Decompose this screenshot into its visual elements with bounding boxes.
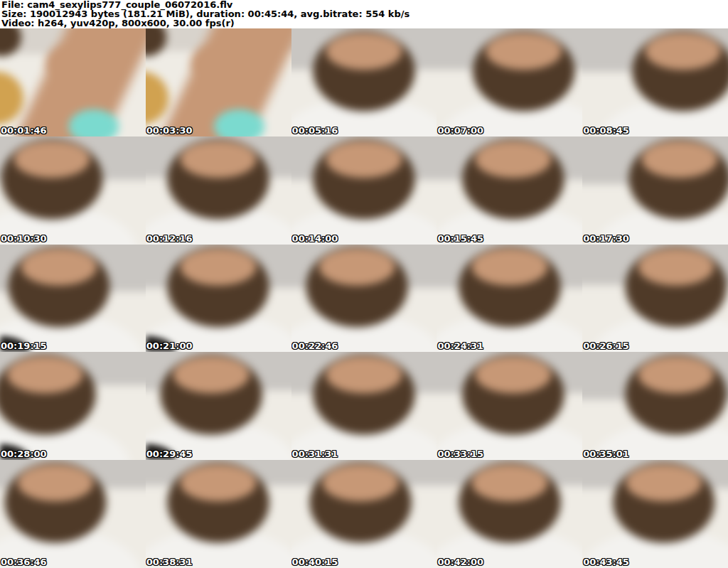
thumbnail-image: [437, 460, 582, 568]
thumbnail-image: [0, 460, 146, 568]
timestamp-overlay: 00:15:45: [437, 233, 483, 244]
thumbnail-image: [437, 136, 582, 245]
thumbnail-image: [0, 136, 146, 245]
thumbnail-image: [146, 352, 291, 460]
thumbnail-image: [291, 28, 437, 136]
timestamp-overlay: 00:07:00: [437, 125, 483, 136]
thumbnail-image: [291, 460, 437, 568]
video-thumbnail[interactable]: 00:35:01: [582, 352, 728, 460]
video-thumbnail[interactable]: 00:33:15: [437, 352, 582, 460]
video-thumbnail[interactable]: 00:26:15: [582, 245, 728, 353]
video-thumbnail[interactable]: 00:08:45: [582, 28, 728, 136]
timestamp-overlay: 00:35:01: [583, 449, 629, 459]
timestamp-overlay: 00:08:45: [583, 125, 629, 136]
video-thumbnail[interactable]: 00:12:16: [146, 136, 291, 245]
thumbnail-image: [0, 352, 146, 460]
timestamp-overlay: 00:17:30: [583, 233, 629, 244]
video-codec-line: Video: h264, yuv420p, 800x600, 30.00 fps…: [1, 19, 728, 28]
contact-sheet: File: cam4_sexylips777_couple_06072016.f…: [0, 0, 728, 568]
thumbnail-image: [582, 28, 728, 136]
thumbnail-image: [146, 460, 291, 568]
thumbnail-image: [582, 460, 728, 568]
thumbnail-image: [437, 245, 582, 353]
thumbnail-image: [291, 136, 437, 245]
video-thumbnail[interactable]: 00:01:46: [0, 28, 146, 136]
video-thumbnail[interactable]: 00:17:30: [582, 136, 728, 245]
thumbnail-image: [291, 352, 437, 460]
video-thumbnail[interactable]: 00:42:00: [437, 460, 582, 568]
video-thumbnail[interactable]: 00:29:45: [146, 352, 291, 460]
thumbnail-image: [582, 245, 728, 353]
video-thumbnail[interactable]: 00:07:00: [437, 28, 582, 136]
video-thumbnail[interactable]: 00:40:15: [291, 460, 437, 568]
video-thumbnail[interactable]: 00:43:45: [582, 460, 728, 568]
video-thumbnail[interactable]: 00:31:31: [291, 352, 437, 460]
thumbnail-image: [437, 352, 582, 460]
timestamp-overlay: 00:26:15: [583, 341, 629, 351]
timestamp-overlay: 00:21:00: [146, 341, 193, 351]
timestamp-overlay: 00:05:16: [292, 125, 338, 136]
timestamp-overlay: 00:28:00: [1, 449, 47, 459]
thumbnail-image: [146, 136, 291, 245]
timestamp-overlay: 00:24:31: [437, 341, 483, 351]
video-thumbnail[interactable]: 00:22:46: [291, 245, 437, 353]
timestamp-overlay: 00:31:31: [292, 449, 338, 459]
thumbnail-image: [291, 245, 437, 353]
timestamp-overlay: 00:14:00: [292, 233, 338, 244]
timestamp-overlay: 00:12:16: [146, 233, 193, 244]
timestamp-overlay: 00:43:45: [583, 557, 629, 567]
video-thumbnail[interactable]: 00:15:45: [437, 136, 582, 245]
timestamp-overlay: 00:40:15: [292, 557, 338, 567]
file-info-header: File: cam4_sexylips777_couple_06072016.f…: [0, 0, 728, 28]
timestamp-overlay: 00:19:15: [1, 341, 47, 351]
timestamp-overlay: 00:33:15: [437, 449, 483, 459]
video-thumbnail[interactable]: 00:10:30: [0, 136, 146, 245]
thumbnail-image: [0, 245, 146, 353]
thumbnail-image: [0, 28, 146, 136]
thumbnail-image: [146, 28, 291, 136]
timestamp-overlay: 00:38:31: [146, 557, 193, 567]
video-thumbnail[interactable]: 00:21:00: [146, 245, 291, 353]
timestamp-overlay: 00:01:46: [1, 125, 47, 136]
video-thumbnail[interactable]: 00:24:31: [437, 245, 582, 353]
timestamp-overlay: 00:36:46: [1, 557, 47, 567]
thumbnail-image: [437, 28, 582, 136]
video-thumbnail[interactable]: 00:14:00: [291, 136, 437, 245]
thumbnail-image: [146, 245, 291, 353]
video-thumbnail[interactable]: 00:38:31: [146, 460, 291, 568]
video-thumbnail[interactable]: 00:03:30: [146, 28, 291, 136]
thumbnail-image: [582, 136, 728, 245]
timestamp-overlay: 00:42:00: [437, 557, 483, 567]
timestamp-overlay: 00:10:30: [1, 233, 47, 244]
timestamp-overlay: 00:29:45: [146, 449, 193, 459]
thumbnail-grid: 00:01:4600:03:3000:05:1600:07:0000:08:45…: [0, 28, 728, 568]
video-thumbnail[interactable]: 00:05:16: [291, 28, 437, 136]
thumbnail-image: [582, 352, 728, 460]
video-thumbnail[interactable]: 00:28:00: [0, 352, 146, 460]
timestamp-overlay: 00:22:46: [292, 341, 338, 351]
video-thumbnail[interactable]: 00:36:46: [0, 460, 146, 568]
video-thumbnail[interactable]: 00:19:15: [0, 245, 146, 353]
timestamp-overlay: 00:03:30: [146, 125, 193, 136]
